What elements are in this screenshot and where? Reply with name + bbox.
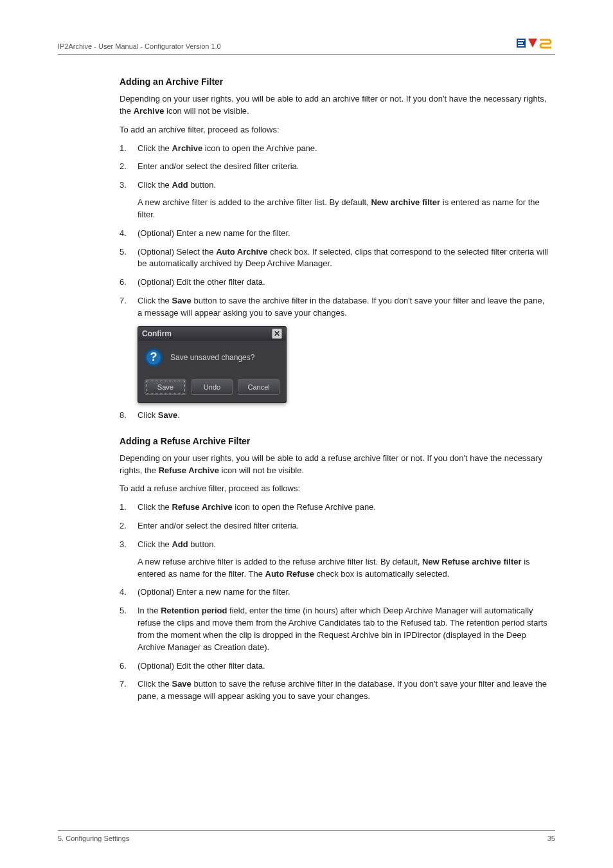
step: (Optional) Select the Auto Archive check…	[120, 246, 549, 271]
text-bold: Refuse Archive	[172, 502, 232, 512]
dialog-title: Confirm	[142, 329, 172, 338]
text: Enter and/or select the desired filter c…	[138, 161, 299, 171]
section2-steps: Click the Refuse Archive icon to open th…	[120, 502, 549, 703]
dialog-message: Save unsaved changes?	[170, 353, 254, 362]
close-icon[interactable]: ✕	[272, 329, 282, 339]
page-footer: 5. Configuring Settings 35	[58, 830, 555, 842]
text: button.	[188, 180, 216, 190]
evs-logo	[517, 36, 555, 50]
text: icon to open the Refuse Archive pane.	[233, 502, 376, 512]
text: .	[177, 410, 180, 420]
text-bold: Auto Refuse	[265, 569, 315, 579]
svg-rect-3	[518, 45, 524, 46]
text: button.	[188, 539, 216, 549]
text-bold: Add	[172, 539, 188, 549]
text-bold: Refuse Archive	[159, 466, 219, 475]
text: Click the	[138, 296, 172, 305]
svg-marker-4	[528, 39, 537, 48]
section1-lead: To add an archive filter, proceed as fol…	[120, 124, 549, 136]
text: A new archive filter is added to the arc…	[138, 197, 371, 207]
step: Click the Archive icon to open the Archi…	[120, 143, 549, 155]
step: Click Save.	[120, 410, 549, 422]
step: (Optional) Enter a new name for the filt…	[120, 586, 549, 599]
text: (Optional) Edit the other filter data.	[138, 661, 265, 671]
text-bold: New archive filter	[371, 197, 440, 207]
section1-steps-cont: Click Save.	[120, 410, 549, 422]
step: Click the Refuse Archive icon to open th…	[120, 502, 549, 514]
svg-rect-1	[518, 40, 524, 41]
text: Click the	[138, 502, 172, 512]
section1-intro: Depending on your user rights, you will …	[120, 93, 549, 118]
text: icon will not be visible.	[164, 106, 249, 116]
svg-rect-2	[518, 42, 523, 44]
text: Enter and/or select the desired filter c…	[138, 521, 299, 530]
text: A new refuse archive filter is added to …	[138, 557, 422, 566]
text: Click the	[138, 679, 172, 689]
text-bold: Retention period	[161, 606, 227, 615]
section1-heading: Adding an Archive Filter	[120, 77, 549, 87]
step: (Optional) Edit the other filter data.	[120, 276, 549, 289]
text: Click the	[138, 180, 172, 190]
step-body: A new refuse archive filter is added to …	[138, 556, 549, 581]
section2-heading: Adding a Refuse Archive Filter	[120, 436, 549, 446]
page-header: IP2Archive - User Manual - Configurator …	[58, 36, 555, 55]
text: check box is automatically selected.	[314, 569, 449, 579]
text: Click	[138, 410, 158, 420]
footer-page-number: 35	[547, 835, 555, 842]
text-bold: Add	[172, 180, 188, 190]
text-bold: Archive	[134, 106, 164, 116]
footer-left: 5. Configuring Settings	[58, 835, 129, 842]
dialog-titlebar: Confirm ✕	[138, 327, 286, 341]
text-bold: Auto Archive	[216, 247, 267, 257]
text: (Optional) Enter a new name for the filt…	[138, 587, 290, 597]
dialog-body: ? Save unsaved changes?	[138, 341, 286, 374]
step-body: A new archive filter is added to the arc…	[138, 197, 549, 221]
text: icon to open the Archive pane.	[202, 143, 317, 153]
step: In the Retention period field, enter the…	[120, 605, 549, 653]
text: Click the	[138, 539, 172, 549]
step: Click the Add button. A new refuse archi…	[120, 539, 549, 581]
main-content: Adding an Archive Filter Depending on yo…	[120, 77, 549, 703]
text-bold: Save	[172, 296, 191, 305]
header-left-text: IP2Archive - User Manual - Configurator …	[58, 42, 221, 50]
confirm-dialog: Confirm ✕ ? Save unsaved changes? Save U…	[138, 326, 287, 403]
text: button to save the archive filter in the…	[138, 296, 544, 318]
cancel-button[interactable]: Cancel	[238, 379, 280, 395]
step: Click the Save button to save the archiv…	[120, 295, 549, 320]
text-bold: New Refuse archive filter	[422, 557, 522, 566]
text: (Optional) Edit the other filter data.	[138, 277, 265, 287]
text: (Optional) Enter a new name for the filt…	[138, 228, 290, 238]
text: icon will not be visible.	[219, 466, 304, 475]
step: (Optional) Edit the other filter data.	[120, 660, 549, 673]
dialog-buttons: Save Undo Cancel	[138, 374, 286, 402]
text-bold: Save	[158, 410, 177, 420]
step: Click the Save button to save the refuse…	[120, 678, 549, 703]
section2-intro: Depending on your user rights, you will …	[120, 453, 549, 477]
section1-steps: Click the Archive icon to open the Archi…	[120, 143, 549, 320]
step: Enter and/or select the desired filter c…	[120, 161, 549, 173]
text: Click the	[138, 143, 172, 153]
undo-button[interactable]: Undo	[191, 379, 233, 395]
confirm-dialog-screenshot: Confirm ✕ ? Save unsaved changes? Save U…	[138, 326, 549, 403]
question-icon: ?	[145, 348, 163, 366]
text-bold: Archive	[172, 143, 202, 153]
save-button[interactable]: Save	[145, 379, 186, 395]
text: In the	[138, 606, 161, 615]
section2-lead: To add a refuse archive filter, proceed …	[120, 483, 549, 495]
text: (Optional) Select the	[138, 247, 216, 257]
step: Enter and/or select the desired filter c…	[120, 520, 549, 532]
text: button to save the refuse archive filter…	[138, 679, 547, 701]
step: Click the Add button. A new archive filt…	[120, 179, 549, 221]
step: (Optional) Enter a new name for the filt…	[120, 228, 549, 240]
text-bold: Save	[172, 679, 191, 689]
